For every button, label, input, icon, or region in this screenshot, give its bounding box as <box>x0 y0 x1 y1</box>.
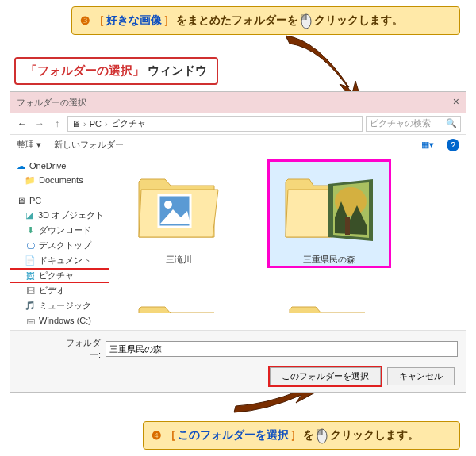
chevron-right-icon: › <box>83 119 86 128</box>
step-number: ❸ <box>80 14 90 27</box>
video-icon: 🎞 <box>25 285 36 297</box>
svg-rect-6 <box>345 217 350 235</box>
sidebar-item-pc[interactable]: 🖥PC <box>10 194 109 208</box>
close-icon[interactable]: × <box>453 95 459 108</box>
new-folder-button[interactable]: 新しいフォルダー <box>54 139 124 151</box>
folder-icon: 📁 <box>25 174 36 186</box>
bracket-text: このフォルダーを選択 <box>178 428 289 443</box>
folder-thumbnail <box>127 289 230 313</box>
folder-label: 三重県民の森 <box>303 254 355 266</box>
breadcrumb-current[interactable]: ピクチャ <box>111 117 146 129</box>
folder-label: 三滝川 <box>166 254 192 266</box>
folder-select-dialog: フォルダーの選択 × ← → ↑ 🖥 › PC › ピクチャ ピクチャの検索 🔍… <box>10 91 466 393</box>
breadcrumb[interactable]: 🖥 › PC › ピクチャ <box>67 116 363 132</box>
music-icon: 🎵 <box>25 301 36 312</box>
folder-item-partial[interactable] <box>119 289 238 313</box>
mouse-icon <box>300 12 313 29</box>
sidebar-item-music[interactable]: 🎵ミュージック <box>10 298 109 313</box>
pc-icon: 🖥 <box>71 119 80 128</box>
pc-icon: 🖥 <box>15 195 26 206</box>
sidebar-item-onedrive[interactable]: ☁OneDrive <box>10 159 109 173</box>
help-icon[interactable]: ? <box>447 139 459 151</box>
pictures-icon: 🖼 <box>25 270 36 282</box>
breadcrumb-root[interactable]: PC <box>90 119 102 128</box>
download-icon: ⬇ <box>25 225 36 236</box>
bracket-close: ］ <box>290 428 301 443</box>
bracket-close: ］ <box>163 13 175 28</box>
nav-back-icon[interactable]: ← <box>15 117 29 131</box>
bracket-open: ［ <box>94 13 105 28</box>
sidebar-item-videos[interactable]: 🎞ビデオ <box>10 283 109 298</box>
bracket-open: ［ <box>165 428 176 443</box>
organize-menu[interactable]: 整理 ▾ <box>17 139 41 151</box>
sidebar-item-documents2[interactable]: 📄ドキュメント <box>10 253 109 268</box>
tail-text-2: クリックします。 <box>330 428 419 443</box>
folder-item-partial[interactable] <box>270 289 389 313</box>
sidebar-item-3dobjects[interactable]: ◪3D オブジェクト <box>10 208 109 223</box>
folder-thumbnail <box>278 289 381 313</box>
window-title-label: 「フォルダーの選択」 ウィンドウ <box>14 57 218 85</box>
titlebar: フォルダーの選択 × <box>10 92 466 113</box>
tail-text: を <box>303 428 314 443</box>
desktop-icon: 🖵 <box>25 240 36 251</box>
folder-item-mitakigawa[interactable]: 三滝川 <box>119 162 238 266</box>
cube-icon: ◪ <box>25 210 35 221</box>
select-folder-button[interactable]: このフォルダーを選択 <box>270 367 381 385</box>
nav-forward-icon[interactable]: → <box>33 117 47 131</box>
dialog-footer: フォルダー: このフォルダーを選択 キャンセル <box>10 330 466 392</box>
folder-input-row: フォルダー: <box>18 337 458 361</box>
folder-content-pane[interactable]: 三滝川 三重県民の森 <box>109 155 466 330</box>
instruction-callout-4: ❹ ［ このフォルダーを選択 ］ を クリックします。 <box>143 421 460 450</box>
drive-icon: 🖴 <box>25 315 36 326</box>
sidebar-item-desktop[interactable]: 🖵デスクトップ <box>10 238 109 253</box>
folder-name-input[interactable] <box>106 341 458 357</box>
tail-text: をまとめたフォルダーを <box>176 13 298 28</box>
sidebar-item-drive-c[interactable]: 🖴Windows (C:) <box>10 313 109 328</box>
button-row: このフォルダーを選択 キャンセル <box>18 367 458 385</box>
folder-item-miekenmin[interactable]: 三重県民の森 <box>270 162 389 266</box>
cancel-button[interactable]: キャンセル <box>387 367 455 385</box>
navigation-sidebar: ☁OneDrive 📁Documents 🖥PC ◪3D オブジェクト ⬇ダウン… <box>10 155 109 330</box>
nav-up-icon[interactable]: ↑ <box>50 117 64 131</box>
folder-input-label: フォルダー: <box>58 337 101 361</box>
mouse-icon <box>316 427 328 444</box>
title-red: 「フォルダーの選択」 <box>25 63 144 77</box>
folder-thumbnail <box>278 162 381 249</box>
chevron-right-icon: › <box>105 119 108 128</box>
address-bar-row: ← → ↑ 🖥 › PC › ピクチャ ピクチャの検索 🔍 <box>10 113 466 135</box>
search-input[interactable]: ピクチャの検索 🔍 <box>366 116 461 132</box>
toolbar: 整理 ▾ 新しいフォルダー ▦▾ ? <box>10 135 466 155</box>
document-icon: 📄 <box>25 255 36 266</box>
title-black: ウィンドウ <box>148 63 207 77</box>
cloud-icon: ☁ <box>15 160 26 171</box>
search-placeholder: ピクチャの検索 <box>370 117 431 129</box>
main-area: ☁OneDrive 📁Documents 🖥PC ◪3D オブジェクト ⬇ダウン… <box>10 155 466 330</box>
view-options-icon[interactable]: ▦▾ <box>421 139 434 151</box>
sidebar-item-downloads[interactable]: ⬇ダウンロード <box>10 223 109 238</box>
svg-rect-9 <box>317 429 322 435</box>
instruction-callout-3: ❸ ［ 好きな画像 ］ をまとめたフォルダーを クリックします。 <box>71 6 460 35</box>
sidebar-item-documents[interactable]: 📁Documents <box>10 173 109 187</box>
tail-text-2: クリックします。 <box>314 13 403 28</box>
bracket-text: 好きな画像 <box>106 13 162 28</box>
svg-rect-2 <box>301 14 306 20</box>
search-icon: 🔍 <box>446 118 457 128</box>
svg-point-4 <box>164 201 172 209</box>
step-number: ❹ <box>152 429 162 442</box>
folder-thumbnail <box>127 162 230 249</box>
window-title: フォルダーの選択 <box>17 97 86 109</box>
sidebar-item-pictures[interactable]: 🖼ピクチャ <box>10 268 109 283</box>
